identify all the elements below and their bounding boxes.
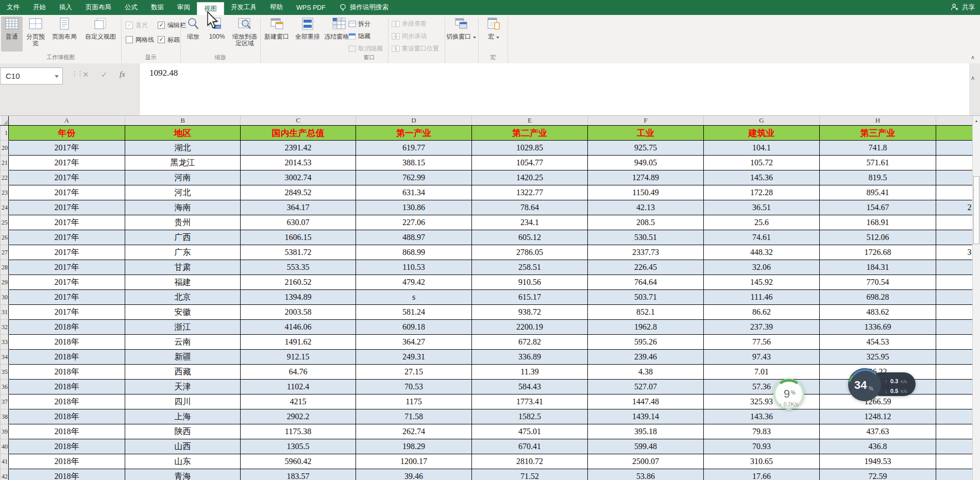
cell-value[interactable]: 17.66 xyxy=(704,469,820,480)
cell-value[interactable]: 145.36 xyxy=(704,170,820,185)
tab-开发工具[interactable]: 开发工具 xyxy=(224,0,263,15)
cell-value[interactable]: 910.56 xyxy=(472,275,588,290)
upload-progress-badge-small[interactable]: 9 % ↑ 0.2K/s xyxy=(771,376,807,414)
cell-value[interactable]: 764.64 xyxy=(588,275,704,290)
tab-审阅[interactable]: 审阅 xyxy=(171,0,197,15)
cell-value[interactable]: 553.35 xyxy=(241,260,356,275)
cell-year[interactable]: 2017年 xyxy=(9,230,125,245)
cell-value[interactable]: 2849.52 xyxy=(241,185,356,200)
cell-value[interactable]: 595.26 xyxy=(588,335,704,350)
row-header-40[interactable]: 40 xyxy=(1,439,9,454)
cell-year[interactable]: 2017年 xyxy=(9,156,125,170)
cell-value[interactable]: 1420.25 xyxy=(472,170,588,185)
cell-value[interactable]: 42.13 xyxy=(588,200,704,215)
cell-value[interactable]: 239.46 xyxy=(588,350,704,365)
cell-partial[interactable] xyxy=(936,320,973,335)
cell-value[interactable]: 1726.68 xyxy=(820,245,936,260)
cell-value[interactable]: 672.82 xyxy=(472,335,588,350)
cell-value[interactable]: 310.65 xyxy=(704,454,820,469)
cell-partial[interactable] xyxy=(936,275,973,290)
cell-value[interactable]: 571.61 xyxy=(820,156,936,170)
cell-value[interactable]: 895.41 xyxy=(820,185,936,200)
cell-region[interactable]: 广西 xyxy=(125,230,241,245)
cell-value[interactable]: 1175.38 xyxy=(241,424,356,439)
cell-region[interactable]: 上海 xyxy=(125,409,241,424)
name-box[interactable]: C10 xyxy=(0,67,63,84)
macros-button[interactable]: 宏 xyxy=(481,16,506,52)
cell-value[interactable]: 5381.72 xyxy=(241,245,356,260)
cell-value[interactable]: 184.31 xyxy=(820,260,936,275)
cell-value[interactable]: 1150.49 xyxy=(588,185,704,200)
cell-value[interactable]: 71.52 xyxy=(472,469,588,480)
row-header-41[interactable]: 41 xyxy=(1,454,9,469)
checkbox-formula-bar[interactable]: 编辑栏 xyxy=(158,21,186,29)
cell-region[interactable]: 青海 xyxy=(125,469,241,480)
cell-value[interactable]: 336.89 xyxy=(472,350,588,365)
cell-value[interactable]: 237.39 xyxy=(704,320,820,335)
header-cell-4[interactable]: 第二产业 xyxy=(472,126,588,141)
page-break-preview-button[interactable]: 分页预览 xyxy=(24,16,47,52)
cell-partial[interactable] xyxy=(936,380,973,395)
hide-button[interactable]: 隐藏 xyxy=(348,31,370,41)
tab-帮助[interactable]: 帮助 xyxy=(263,0,290,15)
cell-value[interactable]: 852.1 xyxy=(588,305,704,320)
header-cell-6[interactable]: 建筑业 xyxy=(704,126,820,141)
cell-value[interactable]: 39.46 xyxy=(356,469,472,480)
cell-value[interactable]: 912.15 xyxy=(241,350,356,365)
cell-partial[interactable] xyxy=(936,260,973,275)
row-header-29[interactable]: 29 xyxy=(1,275,9,290)
cell-value[interactable]: 64.76 xyxy=(241,365,356,380)
cell-value[interactable]: 2014.53 xyxy=(241,156,356,170)
cell-year[interactable]: 2018年 xyxy=(9,454,125,469)
cell-value[interactable]: 130.86 xyxy=(356,200,472,215)
cell-value[interactable]: 168.91 xyxy=(820,215,936,230)
switch-windows-button[interactable]: 切换窗口 xyxy=(446,16,476,52)
cell-region[interactable]: 天津 xyxy=(125,380,241,395)
column-header-F[interactable]: F xyxy=(588,116,704,126)
cell-value[interactable]: 1336.69 xyxy=(820,320,936,335)
cell-region[interactable]: 浙江 xyxy=(125,320,241,335)
cell-value[interactable]: 1491.62 xyxy=(241,335,356,350)
cell-value[interactable]: 503.71 xyxy=(588,290,704,305)
cell-value[interactable]: 512.06 xyxy=(820,230,936,245)
cell-value[interactable]: 262.74 xyxy=(356,424,472,439)
header-cell-5[interactable]: 工业 xyxy=(588,126,704,141)
normal-view-button[interactable]: 普通 xyxy=(1,16,23,52)
share-button[interactable]: 共享 xyxy=(951,0,975,15)
cell-partial[interactable] xyxy=(936,230,973,245)
cell-value[interactable]: 71.58 xyxy=(356,409,472,424)
header-cell-partial[interactable] xyxy=(936,126,973,141)
cell-value[interactable]: 2003.58 xyxy=(241,305,356,320)
cell-value[interactable]: 1274.89 xyxy=(588,170,704,185)
cell-value[interactable]: 4146.06 xyxy=(241,320,356,335)
column-header-B[interactable]: B xyxy=(125,116,241,126)
cell-partial[interactable] xyxy=(936,170,973,185)
cell-value[interactable]: 227.06 xyxy=(356,215,472,230)
zoom-to-selection-button[interactable]: 缩放到选定区域 xyxy=(230,16,260,52)
cell-region[interactable]: 湖北 xyxy=(125,141,241,156)
cell-partial[interactable] xyxy=(936,350,973,365)
cell-value[interactable]: 741.8 xyxy=(820,141,936,156)
cell-year[interactable]: 2017年 xyxy=(9,185,125,200)
cell-year[interactable]: 2017年 xyxy=(9,170,125,185)
cell-value[interactable]: 615.17 xyxy=(472,290,588,305)
cell-value[interactable]: 479.42 xyxy=(356,275,472,290)
cell-value[interactable]: 3002.74 xyxy=(241,170,356,185)
cell-value[interactable]: 72.59 xyxy=(820,469,936,480)
row-header-33[interactable]: 33 xyxy=(1,335,9,350)
page-layout-view-button[interactable]: 页面布局 xyxy=(48,16,80,52)
cell-value[interactable]: 1606.15 xyxy=(241,230,356,245)
enter-button[interactable]: ✓ xyxy=(101,70,108,79)
cell-value[interactable]: 70.93 xyxy=(704,439,820,454)
network-speed-badge-large[interactable]: 34 % ↑ 0.3 K/s ↓ 0.5 K/s xyxy=(848,368,917,402)
tab-数据[interactable]: 数据 xyxy=(144,0,171,15)
row-header-23[interactable]: 23 xyxy=(1,185,9,200)
cell-partial[interactable]: 3 xyxy=(936,245,973,260)
header-cell-0[interactable]: 年份 xyxy=(9,126,125,141)
cell-year[interactable]: 2017年 xyxy=(9,215,125,230)
cell-region[interactable]: 河北 xyxy=(125,185,241,200)
cell-partial[interactable] xyxy=(936,185,973,200)
cell-value[interactable]: 454.53 xyxy=(820,335,936,350)
gridlines-checkbox-icon[interactable] xyxy=(126,36,133,43)
cell-region[interactable]: 海南 xyxy=(125,200,241,215)
